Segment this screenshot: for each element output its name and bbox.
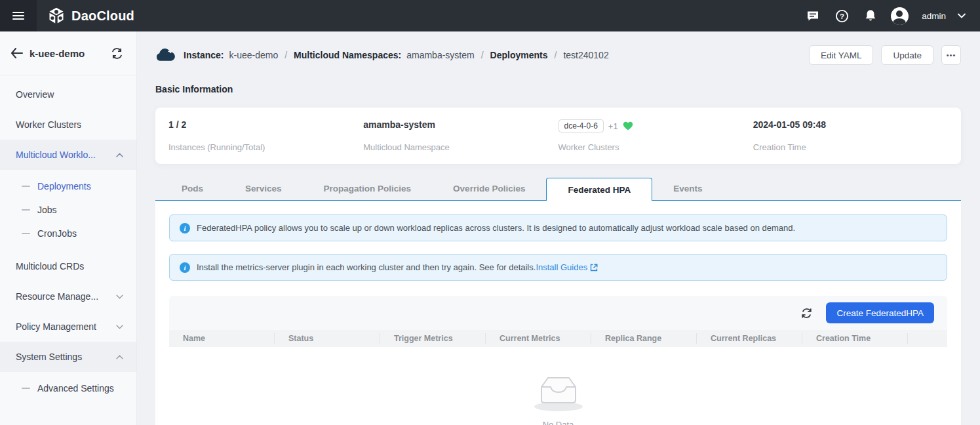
sidebar-item-label: Resource Manage...	[16, 291, 98, 302]
breadcrumb-separator: /	[481, 50, 484, 60]
notifications-button[interactable]	[859, 4, 882, 28]
breadcrumb-separator: /	[555, 50, 557, 60]
sidebar-item-system-settings[interactable]: System Settings	[0, 342, 136, 372]
dash-icon	[22, 388, 30, 389]
sidebar-item-multicloud-workloads[interactable]: Multicloud Worklo...	[0, 140, 136, 170]
sidebar: k-uee-demo Overview Worker Clusters Mult…	[0, 31, 137, 425]
health-heart-icon	[623, 121, 633, 131]
sidebar-item-policy-management[interactable]: Policy Management	[0, 312, 136, 342]
daocloud-cube-icon	[47, 7, 66, 25]
external-link-icon	[590, 264, 598, 272]
refresh-icon	[800, 307, 813, 319]
chevron-up-icon	[116, 355, 123, 359]
column-header-name: Name	[169, 333, 275, 344]
metrics-info-message: Install the metrics-server plugin in eac…	[197, 262, 536, 272]
sidebar-item-label: Multicloud Worklo...	[16, 150, 96, 160]
table-toolbar: Create FederatedHPA	[169, 296, 947, 330]
instances-field: 1 / 2 Instances (Running/Total)	[168, 119, 363, 152]
no-data-icon	[532, 370, 585, 413]
sidebar-item-label: Policy Management	[16, 321, 96, 332]
sidebar-children-multicloud-workloads: Deployments Jobs CronJobs	[0, 170, 136, 251]
empty-state: No Data	[169, 347, 947, 425]
chevron-up-icon	[116, 153, 123, 157]
sidebar-item-label: Overview	[16, 89, 54, 100]
sidebar-item-deployments[interactable]: Deployments	[0, 174, 136, 198]
basic-information-title: Basic Information	[155, 84, 961, 94]
sidebar-item-advanced-settings[interactable]: Advanced Settings	[0, 376, 136, 400]
chat-icon	[806, 9, 819, 22]
install-guides-link[interactable]: Install Guides	[536, 262, 598, 272]
cluster-chip[interactable]: dce-4-0-6	[559, 119, 604, 132]
more-actions-button[interactable]: •••	[941, 45, 961, 65]
sidebar-item-label: System Settings	[16, 352, 82, 362]
tab-propagation-policies[interactable]: Propagation Policies	[303, 178, 433, 200]
cloud-icon	[155, 47, 176, 63]
create-federatedhpa-button[interactable]: Create FederatedHPA	[826, 302, 934, 323]
sidebar-item-label: CronJobs	[37, 228, 77, 239]
info-icon: i	[180, 262, 190, 273]
instances-value: 1 / 2	[168, 119, 363, 130]
policy-info-banner: i FederatedHPA policy allows you to scal…	[169, 214, 947, 241]
basic-information-card: 1 / 2 Instances (Running/Total) amamba-s…	[155, 108, 961, 164]
back-icon[interactable]	[10, 48, 23, 58]
sidebar-item-label: Jobs	[37, 205, 57, 215]
tab-pods[interactable]: Pods	[161, 178, 224, 200]
tab-federated-hpa[interactable]: Federated HPA	[546, 178, 652, 201]
column-header-trigger-metrics: Trigger Metrics	[380, 333, 486, 344]
hamburger-menu-button[interactable]	[0, 0, 37, 31]
switch-instance-icon[interactable]	[111, 48, 123, 59]
breadcrumb: Instance: k-uee-demo / Multicloud Namesp…	[184, 50, 609, 60]
sidebar-menu: Overview Worker Clusters Multicloud Work…	[0, 75, 136, 406]
refresh-button[interactable]	[800, 307, 813, 319]
sidebar-item-worker-clusters[interactable]: Worker Clusters	[0, 110, 136, 140]
detail-tabs: Pods Services Propagation Policies Overr…	[155, 178, 961, 201]
hamburger-icon	[12, 12, 24, 20]
tab-services[interactable]: Services	[224, 178, 303, 200]
install-guides-label: Install Guides	[536, 262, 587, 272]
user-menu-chevron-down-icon[interactable]	[958, 13, 966, 18]
policy-info-text: FederatedHPA policy allows you to scale …	[197, 223, 795, 233]
cluster-extra-count[interactable]: +1	[608, 121, 618, 131]
sidebar-item-resource-management[interactable]: Resource Manage...	[0, 281, 136, 312]
sidebar-item-label: Advanced Settings	[37, 383, 114, 394]
user-name: admin	[922, 11, 946, 21]
user-avatar[interactable]	[888, 4, 911, 28]
column-header-current-metrics: Current Metrics	[486, 333, 591, 344]
breadcrumb-instance-label: Instance:	[184, 50, 224, 60]
breadcrumb-instance-value[interactable]: k-uee-demo	[229, 50, 278, 60]
instance-name: k-uee-demo	[29, 48, 111, 59]
breadcrumb-deployment-name: test240102	[563, 50, 608, 60]
worker-clusters-field: dce-4-0-6 +1 Worker Clusters	[559, 119, 753, 152]
sidebar-children-system-settings: Advanced Settings	[0, 372, 136, 406]
sidebar-item-cronjobs[interactable]: CronJobs	[0, 222, 136, 245]
help-button[interactable]: ?	[830, 4, 853, 28]
breadcrumb-namespace-value[interactable]: amamba-system	[406, 50, 474, 60]
creation-time-label: Creation Time	[753, 142, 948, 152]
column-header-actions	[908, 333, 947, 344]
tab-override-policies[interactable]: Override Policies	[432, 178, 546, 200]
tab-events[interactable]: Events	[652, 178, 723, 200]
update-button[interactable]: Update	[881, 45, 933, 65]
column-header-creation-time: Creation Time	[802, 333, 908, 344]
bell-icon	[864, 9, 877, 22]
sidebar-item-jobs[interactable]: Jobs	[0, 198, 136, 222]
dash-icon	[22, 209, 30, 211]
breadcrumb-separator: /	[284, 50, 287, 60]
no-data-label: No Data	[543, 420, 574, 425]
sidebar-item-multicloud-crds[interactable]: Multicloud CRDs	[0, 251, 136, 281]
daocloud-logo[interactable]: DaoCloud	[47, 7, 134, 25]
breadcrumb-deployments[interactable]: Deployments	[490, 50, 548, 60]
table-header-row: Name Status Trigger Metrics Current Metr…	[169, 330, 947, 347]
edit-yaml-button[interactable]: Edit YAML	[809, 45, 874, 65]
column-header-current-replicas: Current Replicas	[697, 333, 802, 344]
dash-icon	[22, 186, 30, 187]
namespace-value: amamba-system	[363, 119, 558, 130]
creation-time-field: 2024-01-05 09:48 Creation Time	[753, 119, 948, 152]
sidebar-item-overview[interactable]: Overview	[0, 79, 136, 110]
namespace-field: amamba-system Multicloud Namespace	[363, 119, 558, 152]
messages-button[interactable]	[801, 4, 825, 28]
main-content: Instance: k-uee-demo / Multicloud Namesp…	[137, 31, 980, 425]
federated-hpa-panel: i FederatedHPA policy allows you to scal…	[155, 201, 961, 425]
metrics-server-banner: i Install the metrics-server plugin in e…	[169, 254, 947, 281]
metrics-info-text: Install the metrics-server plugin in eac…	[197, 262, 598, 272]
